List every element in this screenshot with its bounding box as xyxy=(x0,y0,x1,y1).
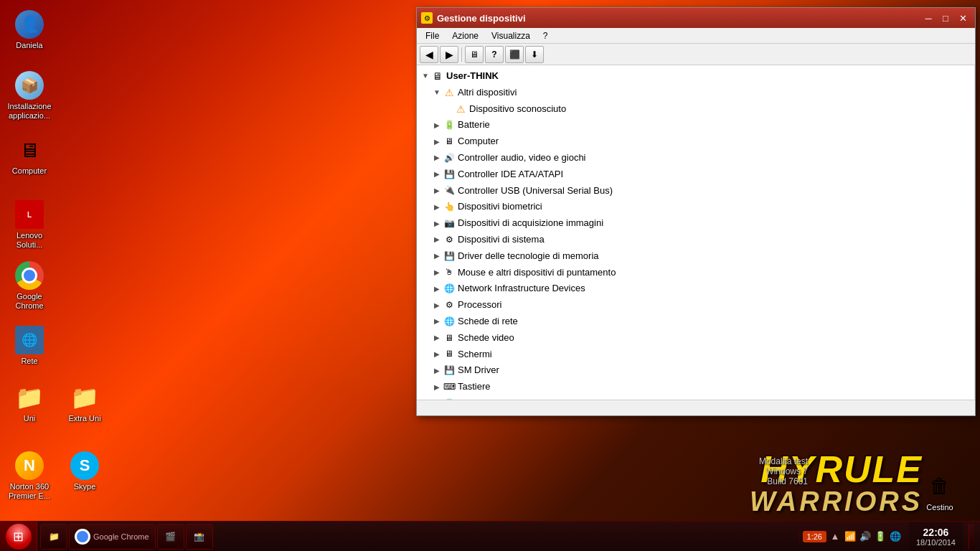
tree-expander-network[interactable]: ▶ xyxy=(431,283,443,295)
tree-label-processori: Processori xyxy=(458,298,501,313)
menu-help[interactable]: ? xyxy=(537,29,554,42)
tree-label-sm-driver: SM Driver xyxy=(458,363,499,378)
clock-area[interactable]: 22:06 18/10/2014 xyxy=(909,522,963,551)
tree-expander-sconosciuto[interactable]: ▶ xyxy=(443,103,454,115)
device-manager-window: ⚙ Gestione dispositivi ─ □ ✕ File Azione… xyxy=(416,7,976,416)
toolbar-update[interactable]: ⬇ xyxy=(525,46,544,63)
tree-expander-sm-driver[interactable]: ▶ xyxy=(431,365,443,377)
menu-file[interactable]: File xyxy=(420,29,445,42)
tree-item-mouse[interactable]: ▶ 🖱 Mouse e altri dispositivi di puntame… xyxy=(417,265,974,281)
tree-label-computer: Computer xyxy=(458,134,499,149)
tree-expander-audio[interactable]: ▶ xyxy=(431,152,443,164)
tree-item-usb[interactable]: ▶ 🔌 Controller USB (Universal Serial Bus… xyxy=(417,183,974,199)
close-button[interactable]: ✕ xyxy=(955,11,971,25)
notification-badge[interactable]: 1:26 xyxy=(803,531,826,542)
show-desktop-button[interactable] xyxy=(969,524,974,550)
desktop-icon-computer[interactable]: 🖥 Computer xyxy=(4,133,55,179)
taskbar-btn-capture[interactable]: 📸 xyxy=(186,524,213,550)
capture-taskbar-icon: 📸 xyxy=(192,529,207,544)
tree-item-schermi[interactable]: ▶ 🖥 Schermi xyxy=(417,347,974,363)
desktop-icon-uni[interactable]: 📁 Uni xyxy=(4,380,55,426)
tray-icon-volume[interactable]: 🔊 xyxy=(859,530,872,543)
desktop-icon-chrome[interactable]: Google Chrome xyxy=(4,258,55,314)
tree-expander-ide[interactable]: ▶ xyxy=(431,169,443,180)
taskbar-btn-explorer[interactable]: 📁 xyxy=(40,524,67,550)
tray-icon-battery[interactable]: 🔋 xyxy=(874,530,887,543)
tree-expander-altri[interactable]: ▼ xyxy=(431,87,443,98)
tree-expander-usb[interactable]: ▶ xyxy=(431,185,443,197)
tree-expander-schede-rete[interactable]: ▶ xyxy=(431,316,443,327)
toolbar-help[interactable]: ? xyxy=(485,46,504,63)
tree-item-sistema[interactable]: ▶ ⚙ Dispositivi di sistema xyxy=(417,232,974,248)
extra-uni-folder-icon: 📁 xyxy=(70,383,99,412)
skype-label: Skype xyxy=(74,482,96,491)
tree-expander-biometrici[interactable]: ▶ xyxy=(431,202,443,213)
tree-item-sconosciuto[interactable]: ▶ ⚠ Dispositivo sconosciuto xyxy=(417,101,974,118)
maximize-button[interactable]: □ xyxy=(938,11,953,25)
computer-icon: 🖥 xyxy=(15,136,44,164)
tree-item-tastiere[interactable]: ▶ ⌨ Tastiere xyxy=(417,379,974,395)
tree-item-driver-memoria[interactable]: ▶ 💾 Driver delle tecnologie di memoria xyxy=(417,248,974,265)
tree-icon-processori: ⚙ xyxy=(443,300,456,311)
tree-expander-sistema[interactable]: ▶ xyxy=(431,234,443,245)
explorer-taskbar-icon: 📁 xyxy=(47,529,61,544)
device-tree-panel[interactable]: ▼ 🖥 User-THINK ▼ ⚠ Altri dispositivi ▶ ⚠ xyxy=(417,65,975,400)
taskbar-right: 1:26 ▲ 📶 🔊 🔋 🌐 22:06 18/10/2014 xyxy=(799,522,980,551)
tree-item-schede-video[interactable]: ▶ 🖥 Schede video xyxy=(417,330,974,347)
toolbar-back[interactable]: ◀ xyxy=(420,46,438,63)
tree-item-schede-rete[interactable]: ▶ 🌐 Schede di rete xyxy=(417,314,974,330)
tree-expander-mouse[interactable]: ▶ xyxy=(431,267,443,278)
tree-item-altri[interactable]: ▼ ⚠ Altri dispositivi xyxy=(417,85,974,101)
tree-item-root[interactable]: ▼ 🖥 User-THINK xyxy=(417,68,974,85)
tray-icon-arrow[interactable]: ▲ xyxy=(829,530,842,543)
desktop-icon-installazione[interactable]: 📦 Installazione applicazio... xyxy=(4,68,55,123)
tree-expander-batterie[interactable]: ▶ xyxy=(431,120,443,131)
toolbar-forward[interactable]: ▶ xyxy=(440,46,458,63)
tray-icon-network[interactable]: 📶 xyxy=(844,530,857,543)
start-button[interactable]: ⊞ xyxy=(0,522,37,552)
minimize-button[interactable]: ─ xyxy=(920,11,936,25)
tree-item-computer[interactable]: ▶ 🖥 Computer xyxy=(417,133,974,150)
desktop-icon-recycle[interactable]: 🗑 Cestino xyxy=(914,469,966,515)
desktop-icon-daniela[interactable]: 👤 Daniela xyxy=(4,7,55,53)
menu-azione[interactable]: Azione xyxy=(446,29,484,42)
tree-label-network: Network Infrastructure Devices xyxy=(458,281,585,296)
tree-label-batterie: Batterie xyxy=(458,118,490,133)
window-titlebar[interactable]: ⚙ Gestione dispositivi ─ □ ✕ xyxy=(417,8,975,28)
lenovo-label: Lenovo Soluti... xyxy=(6,231,52,250)
tree-item-ide[interactable]: ▶ 💾 Controller IDE ATA/ATAPI xyxy=(417,166,974,183)
tree-expander-schede-video[interactable]: ▶ xyxy=(431,332,443,344)
desktop-icon-rete[interactable]: 🌐 Rete xyxy=(4,323,55,369)
window-statusbar xyxy=(417,400,975,415)
desktop-icon-lenovo[interactable]: L Lenovo Soluti... xyxy=(4,197,55,253)
tree-expander-tastiere[interactable]: ▶ xyxy=(431,382,443,393)
tree-expander-processori[interactable]: ▶ xyxy=(431,300,443,311)
desktop-icon-extra-uni[interactable]: 📁 Extra Uni xyxy=(59,380,110,426)
tree-expander-schermi[interactable]: ▶ xyxy=(431,349,443,360)
tree-item-audio[interactable]: ▶ 🔊 Controller audio, video e giochi xyxy=(417,150,974,166)
taskbar-btn-chrome[interactable]: Google Chrome xyxy=(69,524,156,550)
tree-expander-driver-memoria[interactable]: ▶ xyxy=(431,250,443,262)
menu-visualizza[interactable]: Visualizza xyxy=(486,29,536,42)
tree-expander-computer[interactable]: ▶ xyxy=(431,136,443,148)
toolbar-computer[interactable]: 🖥 xyxy=(465,46,484,63)
modalita-text: Modalità test xyxy=(759,456,808,466)
desktop: HYRULE WARRIORS Modalità test Windows 7 … xyxy=(0,0,980,551)
desktop-icon-norton[interactable]: N Norton 360 Premier E... xyxy=(4,448,55,504)
tree-item-immagini[interactable]: ▶ 📷 Dispositivi di acquisizione immagini xyxy=(417,215,974,232)
tree-expander-immagini[interactable]: ▶ xyxy=(431,218,443,230)
tree-expander-root[interactable]: ▼ xyxy=(420,70,431,82)
tray-icon-globe[interactable]: 🌐 xyxy=(889,530,902,543)
tree-item-processori[interactable]: ▶ ⚙ Processori xyxy=(417,297,974,314)
windows7-text: Windows 7 xyxy=(759,466,808,476)
tree-icon-network: 🌐 xyxy=(443,283,456,295)
toolbar-properties[interactable]: ⬛ xyxy=(505,46,524,63)
uni-label: Uni xyxy=(24,414,36,423)
recycle-label: Cestino xyxy=(926,503,953,512)
taskbar-btn-media[interactable]: 🎬 xyxy=(157,524,184,550)
tree-item-network[interactable]: ▶ 🌐 Network Infrastructure Devices xyxy=(417,281,974,297)
tree-item-sm-driver[interactable]: ▶ 💾 SM Driver xyxy=(417,362,974,379)
tree-item-batterie[interactable]: ▶ 🔋 Batterie xyxy=(417,117,974,133)
tree-item-biometrici[interactable]: ▶ 👆 Dispositivi biometrici xyxy=(417,199,974,215)
desktop-icon-skype[interactable]: S Skype xyxy=(59,448,110,494)
